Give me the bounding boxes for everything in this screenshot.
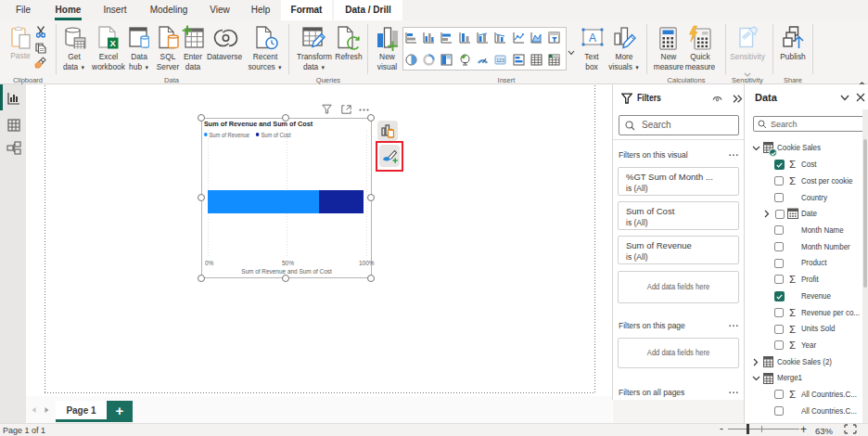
svg-text:A: A [589,32,596,45]
svg-text:123: 123 [496,58,504,63]
svg-text:X: X [110,38,117,48]
